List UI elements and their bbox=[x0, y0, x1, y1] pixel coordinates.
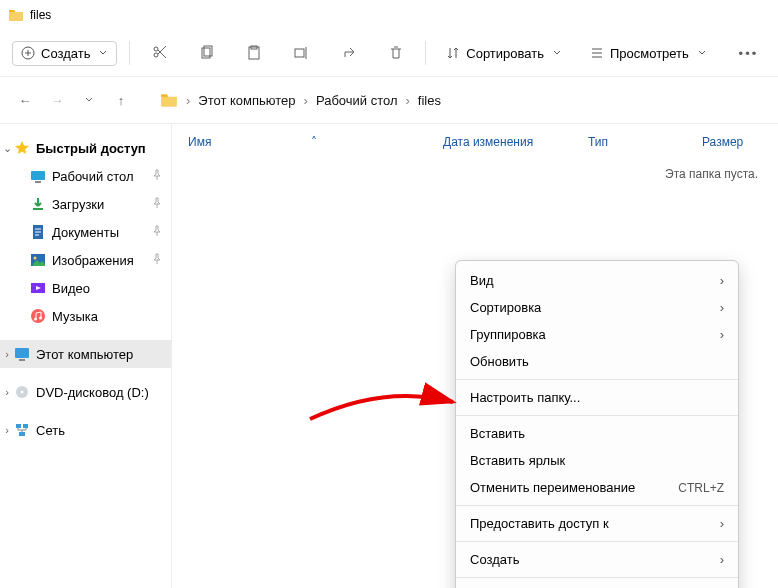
sidebar-item[interactable]: Видео bbox=[0, 274, 171, 302]
crumb-separator: › bbox=[186, 93, 190, 108]
sort-button[interactable]: Сортировать bbox=[438, 42, 570, 65]
sort-indicator-icon: ˄ bbox=[311, 135, 317, 149]
svg-rect-19 bbox=[16, 424, 21, 428]
folder-icon bbox=[160, 91, 178, 109]
copy-icon bbox=[199, 45, 215, 61]
crumb-separator: › bbox=[304, 93, 308, 108]
menu-separator bbox=[456, 379, 738, 380]
context-menu-item[interactable]: Сортировка› bbox=[456, 294, 738, 321]
sidebar-item[interactable]: Документы bbox=[0, 218, 171, 246]
chevron-right-icon: › bbox=[720, 552, 724, 567]
paste-button[interactable] bbox=[237, 35, 272, 71]
sidebar-network[interactable]: › Сеть bbox=[0, 416, 171, 444]
address-bar[interactable]: › Этот компьютер › Рабочий стол › files bbox=[160, 91, 441, 109]
sidebar-item[interactable]: Рабочий стол bbox=[0, 162, 171, 190]
more-button[interactable]: ••• bbox=[731, 35, 766, 71]
plus-circle-icon bbox=[21, 46, 35, 60]
shortcut-label: CTRL+Z bbox=[678, 481, 724, 495]
context-menu-item[interactable]: Группировка› bbox=[456, 321, 738, 348]
crumb[interactable]: Этот компьютер bbox=[198, 93, 295, 108]
chevron-right-icon: › bbox=[2, 348, 12, 360]
col-type[interactable]: Тип bbox=[588, 130, 702, 153]
svg-rect-6 bbox=[31, 171, 45, 180]
chevron-right-icon: › bbox=[720, 327, 724, 342]
context-menu-item[interactable]: Вставить ярлык bbox=[456, 447, 738, 474]
sort-label: Сортировать bbox=[466, 46, 544, 61]
crumb[interactable]: Рабочий стол bbox=[316, 93, 398, 108]
star-icon bbox=[14, 140, 30, 156]
chevron-down-icon bbox=[98, 48, 108, 58]
chevron-down-icon bbox=[552, 48, 562, 58]
view-label: Просмотреть bbox=[610, 46, 689, 61]
chevron-right-icon: › bbox=[720, 516, 724, 531]
col-size[interactable]: Размер bbox=[702, 130, 743, 153]
recent-button[interactable] bbox=[80, 93, 98, 108]
crumb[interactable]: files bbox=[418, 93, 441, 108]
chevron-down-icon bbox=[84, 95, 94, 105]
sidebar-label: Видео bbox=[52, 281, 90, 296]
copy-button[interactable] bbox=[190, 35, 225, 71]
svg-point-14 bbox=[39, 317, 42, 320]
menu-label: Вставить ярлык bbox=[470, 453, 565, 468]
pin-icon bbox=[151, 197, 163, 212]
svg-rect-15 bbox=[15, 348, 29, 358]
sidebar-label: Рабочий стол bbox=[52, 169, 134, 184]
menu-label: Настроить папку... bbox=[470, 390, 580, 405]
context-menu-item[interactable]: Предоставить доступ к› bbox=[456, 510, 738, 537]
scissors-icon bbox=[152, 45, 168, 61]
view-button[interactable]: Просмотреть bbox=[582, 42, 715, 65]
context-menu-item[interactable]: Свойства bbox=[456, 582, 738, 588]
list-icon bbox=[590, 46, 604, 60]
menu-label: Отменить переименование bbox=[470, 480, 635, 495]
create-button[interactable]: Создать bbox=[12, 41, 117, 66]
context-menu-item[interactable]: Вид› bbox=[456, 267, 738, 294]
context-menu-item[interactable]: Создать› bbox=[456, 546, 738, 573]
svg-rect-5 bbox=[295, 49, 304, 57]
menu-label: Группировка bbox=[470, 327, 546, 342]
sidebar-item[interactable]: Изображения bbox=[0, 246, 171, 274]
delete-button[interactable] bbox=[378, 35, 413, 71]
menu-label: Сортировка bbox=[470, 300, 541, 315]
sidebar-item[interactable]: Музыка bbox=[0, 302, 171, 330]
share-button[interactable] bbox=[331, 35, 366, 71]
titlebar: files bbox=[0, 0, 778, 30]
svg-point-13 bbox=[34, 318, 37, 321]
desktop-icon bbox=[30, 168, 46, 184]
sidebar-item[interactable]: Загрузки bbox=[0, 190, 171, 218]
sidebar-label: DVD-дисковод (D:) bbox=[36, 385, 149, 400]
crumb-separator: › bbox=[406, 93, 410, 108]
trash-icon bbox=[388, 45, 404, 61]
sidebar-quick-access[interactable]: ⌄ Быстрый доступ bbox=[0, 134, 171, 162]
window-title: files bbox=[30, 8, 51, 22]
disc-icon bbox=[14, 384, 30, 400]
col-date[interactable]: Дата изменения bbox=[443, 130, 588, 153]
context-menu-item[interactable]: Настроить папку... bbox=[456, 384, 738, 411]
rename-button[interactable] bbox=[284, 35, 319, 71]
download-icon bbox=[30, 196, 46, 212]
col-name[interactable]: Имя˄ bbox=[188, 130, 443, 153]
chevron-right-icon: › bbox=[720, 273, 724, 288]
back-button[interactable]: ← bbox=[16, 93, 34, 108]
menu-separator bbox=[456, 541, 738, 542]
svg-rect-21 bbox=[19, 432, 25, 436]
svg-rect-7 bbox=[35, 181, 41, 183]
context-menu-item[interactable]: Вставить bbox=[456, 420, 738, 447]
sidebar-label: Этот компьютер bbox=[36, 347, 133, 362]
up-button[interactable]: ↑ bbox=[112, 93, 130, 108]
pin-icon bbox=[151, 169, 163, 184]
sidebar-label: Документы bbox=[52, 225, 119, 240]
forward-button[interactable]: → bbox=[48, 93, 66, 108]
column-headers: Имя˄ Дата изменения Тип Размер bbox=[172, 124, 778, 157]
cut-button[interactable] bbox=[142, 35, 177, 71]
menu-label: Создать bbox=[470, 552, 519, 567]
sidebar-this-pc[interactable]: › Этот компьютер bbox=[0, 340, 171, 368]
sidebar-dvd[interactable]: › DVD-дисковод (D:) bbox=[0, 378, 171, 406]
sort-icon bbox=[446, 46, 460, 60]
separator bbox=[129, 41, 130, 65]
context-menu-item[interactable]: Обновить bbox=[456, 348, 738, 375]
context-menu-item[interactable]: Отменить переименованиеCTRL+Z bbox=[456, 474, 738, 501]
svg-rect-16 bbox=[19, 359, 25, 361]
menu-separator bbox=[456, 577, 738, 578]
menu-label: Вставить bbox=[470, 426, 525, 441]
rename-icon bbox=[293, 45, 309, 61]
